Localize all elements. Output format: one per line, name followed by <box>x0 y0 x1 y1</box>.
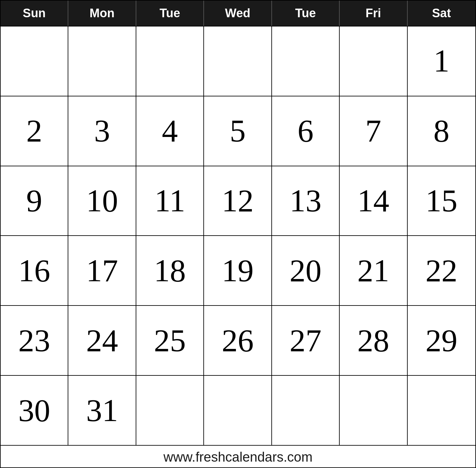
calendar-row-3: 16171819202122 <box>1 236 475 306</box>
day-number-24: 24 <box>86 325 118 357</box>
day-cell-29: 29 <box>408 306 475 375</box>
calendar-row-2: 9101112131415 <box>1 166 475 236</box>
day-cell-21: 21 <box>340 236 407 305</box>
calendar-body: 1234567891011121314151617181920212223242… <box>1 26 475 445</box>
header-day-wed: Wed <box>204 1 272 26</box>
header-day-mon: Mon <box>68 1 136 26</box>
day-number-1: 1 <box>434 45 450 77</box>
day-cell-3: 3 <box>68 96 136 166</box>
day-number-23: 23 <box>18 325 50 357</box>
day-number-21: 21 <box>357 255 389 287</box>
empty-cell <box>204 26 272 96</box>
day-number-15: 15 <box>426 185 457 217</box>
day-number-30: 30 <box>18 395 50 426</box>
header-day-sat: Sat <box>408 1 475 26</box>
day-number-12: 12 <box>222 185 253 217</box>
day-cell-18: 18 <box>136 236 204 305</box>
day-number-14: 14 <box>357 185 389 217</box>
calendar-row-4: 23242526272829 <box>1 306 475 376</box>
day-cell-30: 30 <box>1 376 68 445</box>
empty-cell <box>340 376 407 445</box>
empty-cell <box>204 376 272 445</box>
day-cell-2: 2 <box>1 96 68 166</box>
day-number-27: 27 <box>290 325 321 357</box>
day-number-3: 3 <box>94 115 110 147</box>
day-cell-31: 31 <box>68 376 136 445</box>
day-cell-4: 4 <box>136 96 204 166</box>
day-cell-27: 27 <box>272 306 340 375</box>
day-cell-28: 28 <box>340 306 407 375</box>
day-cell-22: 22 <box>408 236 475 305</box>
calendar-row-5: 3031 <box>1 376 475 445</box>
calendar-header: SunMonTueWedTueFriSat <box>1 1 475 26</box>
day-number-22: 22 <box>426 255 457 287</box>
header-day-tue: Tue <box>136 1 204 26</box>
day-number-19: 19 <box>222 255 253 287</box>
day-number-10: 10 <box>86 185 118 217</box>
calendar-footer: www.freshcalendars.com <box>1 445 475 467</box>
day-cell-17: 17 <box>68 236 136 305</box>
day-number-5: 5 <box>230 115 246 147</box>
day-number-20: 20 <box>290 255 321 287</box>
day-number-2: 2 <box>26 115 42 147</box>
empty-cell <box>340 26 407 96</box>
empty-cell <box>272 26 340 96</box>
calendar-row-1: 2345678 <box>1 96 475 166</box>
day-number-28: 28 <box>357 325 389 357</box>
empty-cell <box>1 26 68 96</box>
day-number-4: 4 <box>162 115 178 147</box>
day-cell-20: 20 <box>272 236 340 305</box>
day-number-29: 29 <box>426 325 457 357</box>
day-number-13: 13 <box>290 185 321 217</box>
day-number-6: 6 <box>298 115 314 147</box>
empty-cell <box>136 376 204 445</box>
day-cell-26: 26 <box>204 306 272 375</box>
header-day-sun: Sun <box>1 1 68 26</box>
day-number-17: 17 <box>86 255 118 287</box>
day-number-7: 7 <box>365 115 381 147</box>
day-number-18: 18 <box>154 255 186 287</box>
empty-cell <box>136 26 204 96</box>
day-cell-1: 1 <box>408 26 475 96</box>
day-cell-5: 5 <box>204 96 272 166</box>
day-cell-15: 15 <box>408 166 475 236</box>
day-cell-6: 6 <box>272 96 340 166</box>
calendar: SunMonTueWedTueFriSat 123456789101112131… <box>0 0 476 468</box>
day-number-11: 11 <box>155 185 185 217</box>
day-cell-12: 12 <box>204 166 272 236</box>
empty-cell <box>68 26 136 96</box>
header-day-tue: Tue <box>272 1 340 26</box>
day-number-31: 31 <box>86 395 118 426</box>
day-cell-8: 8 <box>408 96 475 166</box>
footer-url: www.freshcalendars.com <box>163 449 313 464</box>
day-cell-11: 11 <box>136 166 204 236</box>
day-cell-16: 16 <box>1 236 68 305</box>
day-cell-25: 25 <box>136 306 204 375</box>
calendar-row-0: 1 <box>1 26 475 96</box>
empty-cell <box>272 376 340 445</box>
day-cell-7: 7 <box>340 96 407 166</box>
empty-cell <box>408 376 475 445</box>
day-cell-10: 10 <box>68 166 136 236</box>
day-cell-19: 19 <box>204 236 272 305</box>
day-number-26: 26 <box>222 325 253 357</box>
day-cell-14: 14 <box>340 166 407 236</box>
day-number-16: 16 <box>18 255 50 287</box>
day-number-8: 8 <box>434 115 450 147</box>
day-cell-9: 9 <box>1 166 68 236</box>
day-cell-13: 13 <box>272 166 340 236</box>
day-cell-24: 24 <box>68 306 136 375</box>
header-day-fri: Fri <box>340 1 407 26</box>
day-number-25: 25 <box>154 325 186 357</box>
day-cell-23: 23 <box>1 306 68 375</box>
day-number-9: 9 <box>26 185 42 217</box>
